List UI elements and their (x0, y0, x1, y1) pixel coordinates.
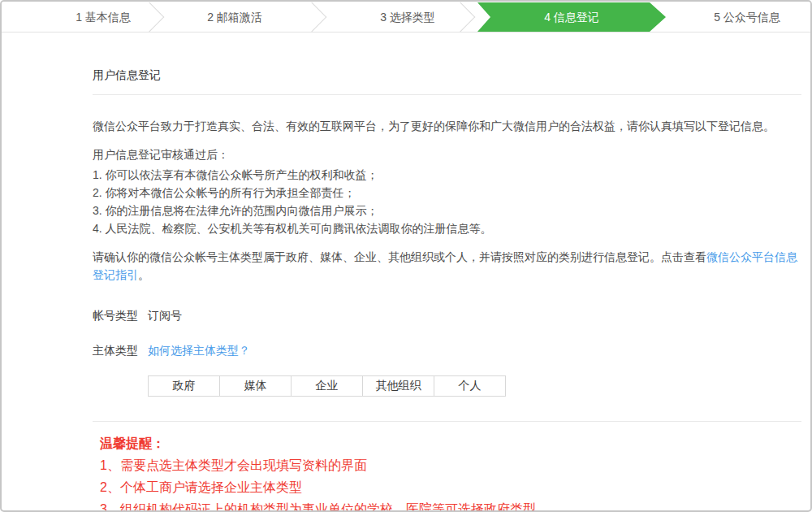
account-type-row: 帐号类型订阅号 (93, 309, 719, 323)
review-item: 3. 你的注册信息将在法律允许的范围内向微信用户展示； (93, 202, 719, 219)
reminder-divider (93, 421, 801, 422)
subject-type-label: 主体类型 (93, 344, 140, 358)
account-type-label: 帐号类型 (93, 309, 140, 323)
tab-media[interactable]: 媒体 (220, 376, 292, 397)
subject-type-row: 主体类型如何选择主体类型？ (93, 344, 719, 358)
main-content: 用户信息登记 微信公众平台致力于打造真实、合法、有效的互联网平台，为了更好的保障… (2, 33, 810, 512)
review-list: 1. 你可以依法享有本微信公众帐号所产生的权利和收益； 2. 你将对本微信公众帐… (93, 166, 719, 237)
confirm-paragraph: 请确认你的微信公众帐号主体类型属于政府、媒体、企业、其他组织或个人，并请按照对应… (93, 248, 801, 284)
review-item: 1. 你可以依法享有本微信公众帐号所产生的权利和收益； (93, 166, 719, 184)
tab-individual[interactable]: 个人 (434, 376, 506, 397)
step-4-info-registration-current: 4 信息登记 (477, 2, 666, 32)
tab-other-organization[interactable]: 其他组织 (363, 376, 434, 397)
confirm-text-tail: 。 (138, 268, 149, 281)
intro-paragraph: 微信公众平台致力于打造真实、合法、有效的互联网平台，为了更好的保障你和广大微信用… (93, 117, 801, 135)
section-title: 用户信息登记 (93, 68, 719, 83)
reminder-block: 温馨提醒： 1、需要点选主体类型才会出现填写资料的界面 2、个体工商户请选择企业… (93, 432, 719, 512)
account-type-value: 订阅号 (148, 309, 182, 322)
tab-government[interactable]: 政府 (149, 376, 220, 397)
reminder-item: 2、个体工商户请选择企业主体类型 (100, 476, 719, 498)
page: 1 基本信息 2 邮箱激活 3 选择类型 4 信息登记 5 公众号信息 用户信息… (0, 0, 812, 512)
step-2-email-activation: 2 邮箱激活 (149, 2, 320, 33)
title-divider (93, 94, 801, 95)
subject-type-tabs: 政府 媒体 企业 其他组织 个人 (148, 375, 506, 397)
review-item: 2. 你将对本微信公众帐号的所有行为承担全部责任； (93, 184, 719, 202)
reminder-item: 3、组织机构代码证上的机构类型为事业单位的学校、医院等可选择政府类型 (100, 498, 719, 512)
reminder-title: 温馨提醒： (100, 432, 719, 454)
tab-enterprise[interactable]: 企业 (292, 376, 363, 397)
confirm-text: 请确认你的微信公众帐号主体类型属于政府、媒体、企业、其他组织或个人，并请按照对应… (93, 250, 706, 263)
reminder-item: 1、需要点选主体类型才会出现填写资料的界面 (100, 454, 719, 476)
step-5-account-info: 5 公众号信息 (662, 2, 812, 33)
review-heading: 用户信息登记审核通过后： (93, 145, 719, 163)
review-item: 4. 人民法院、检察院、公安机关等有权机关可向腾讯依法调取你的注册信息等。 (93, 219, 719, 237)
subject-type-help-link[interactable]: 如何选择主体类型？ (148, 344, 250, 357)
wizard-stepbar: 1 基本信息 2 邮箱激活 3 选择类型 4 信息登记 5 公众号信息 (2, 2, 810, 33)
